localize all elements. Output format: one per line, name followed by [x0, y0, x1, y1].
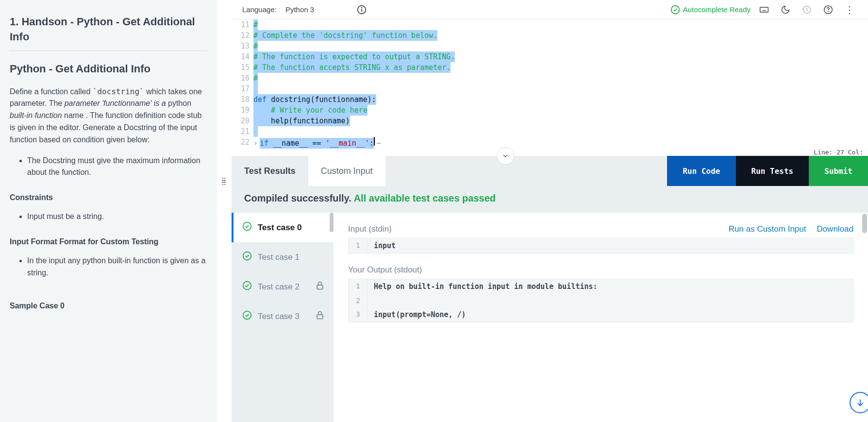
testcase-3[interactable]: Test case 3	[232, 302, 334, 331]
editor-cursor-status: Line: 27 Col:	[232, 148, 868, 156]
keyboard-icon[interactable]	[756, 5, 772, 15]
editor-pane: Language: Python 3 Autocomplete Ready	[232, 0, 868, 422]
output-stdout-label: Your Output (stdout)	[348, 265, 853, 275]
compile-status-line: Compiled successfully. All available tes…	[232, 186, 868, 213]
lock-icon	[315, 281, 325, 293]
help-icon[interactable]	[820, 5, 836, 15]
divider	[10, 51, 207, 51]
testcase-2[interactable]: Test case 2	[232, 272, 334, 302]
input-format-heading: Input Format Format for Custom Testing	[10, 237, 207, 246]
info-icon[interactable]	[354, 5, 369, 15]
svg-point-13	[243, 252, 251, 260]
input-format-list: In the input any python built-in functio…	[10, 255, 207, 279]
code-editor[interactable]: 111213 141516 171819 202122 # # Complete…	[232, 19, 868, 148]
description-bullets: The Docstring must give the maximum info…	[10, 155, 207, 179]
folded-code-icon[interactable]: ⋯	[377, 139, 382, 148]
svg-point-3	[671, 5, 679, 14]
svg-point-16	[243, 311, 251, 320]
check-icon	[242, 281, 252, 293]
tab-test-results[interactable]: Test Results	[232, 156, 308, 186]
problem-subtitle: Python - Get Additional Info	[10, 63, 207, 75]
constraints-list: Input must be a string.	[10, 211, 207, 223]
stdout-box: 1Help on built-in function input in modu…	[348, 279, 853, 322]
testcase-0[interactable]: Test case 0	[232, 213, 334, 242]
line-number-gutter: 111213 141516 171819 202122	[232, 19, 253, 148]
svg-point-14	[243, 282, 251, 290]
editor-topbar: Language: Python 3 Autocomplete Ready	[232, 0, 868, 19]
svg-rect-15	[317, 285, 323, 289]
history-icon[interactable]	[799, 5, 815, 15]
problem-title: 1. Handson - Python - Get Additional Inf…	[10, 15, 207, 45]
code-text-area[interactable]: # # Complete the 'docstring' function be…	[253, 19, 868, 148]
svg-rect-4	[760, 7, 768, 12]
sample-case-heading: Sample Case 0	[10, 302, 207, 310]
check-icon	[242, 310, 252, 322]
fold-icon[interactable]: ›	[253, 139, 258, 148]
vertical-splitter[interactable]: ⠿⠿	[217, 0, 232, 422]
svg-point-11	[828, 11, 829, 12]
moon-icon[interactable]	[778, 5, 793, 15]
drag-handle-icon: ⠿⠿	[221, 180, 227, 185]
tab-custom-input[interactable]: Custom Input	[308, 156, 385, 186]
constraint-item: Input must be a string.	[27, 211, 207, 223]
check-icon	[242, 221, 252, 234]
stdin-box: 1input	[348, 238, 853, 253]
scrollbar[interactable]	[862, 214, 867, 233]
submit-button[interactable]: Submit	[809, 156, 868, 186]
download-link[interactable]: Download	[817, 224, 853, 234]
language-label: Language:	[242, 5, 277, 14]
svg-rect-17	[317, 315, 323, 319]
results-body: Compiled successfully. All available tes…	[232, 186, 868, 422]
results-main: Test case 0 Test case 1 Test case 2 Test…	[232, 213, 868, 422]
problem-description-pane: 1. Handson - Python - Get Additional Inf…	[0, 0, 217, 422]
constraints-heading: Constraints	[10, 193, 207, 202]
testcase-list: Test case 0 Test case 1 Test case 2 Test…	[232, 213, 334, 422]
problem-description: Define a function called `docstring` whi…	[10, 86, 207, 146]
bullet-docstring-info: The Docstring must give the maximum info…	[27, 155, 207, 179]
run-tests-button[interactable]: Run Tests	[736, 156, 809, 186]
results-tabs-bar: Test Results Custom Input Run Code Run T…	[232, 156, 868, 186]
input-format-item: In the input any python built-in functio…	[27, 255, 207, 279]
testcase-detail: Input (stdin) Run as Custom Input Downlo…	[334, 213, 868, 422]
run-code-button[interactable]: Run Code	[667, 156, 735, 186]
scrollbar[interactable]	[330, 213, 334, 232]
horizontal-splitter[interactable]: Test Results Custom Input Run Code Run T…	[232, 156, 868, 186]
svg-point-12	[243, 222, 251, 231]
language-value[interactable]: Python 3	[285, 5, 314, 14]
testcase-1[interactable]: Test case 1	[232, 242, 334, 272]
lock-icon	[315, 310, 325, 322]
run-as-custom-input-link[interactable]: Run as Custom Input	[729, 224, 806, 234]
more-menu-icon[interactable]: ⋮	[842, 4, 857, 16]
autocomplete-ready-indicator: Autocomplete Ready	[670, 5, 751, 15]
collapse-panel-button[interactable]	[497, 147, 514, 165]
svg-point-2	[362, 7, 362, 8]
scroll-down-button[interactable]	[850, 392, 868, 413]
check-icon	[242, 251, 252, 263]
input-stdin-label: Input (stdin)	[348, 224, 392, 234]
